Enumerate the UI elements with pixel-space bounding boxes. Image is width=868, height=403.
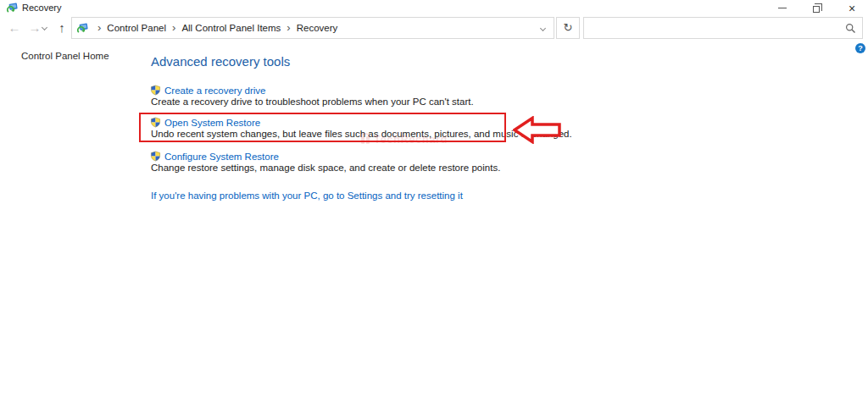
navigation-bar: ← → ↑ › Control Panel › All Control Pane… [0, 16, 868, 41]
up-button[interactable]: ↑ [53, 19, 71, 37]
tool-row-open-system-restore[interactable]: Open System Restore [150, 117, 260, 128]
title-bar: Recovery × [0, 0, 868, 16]
address-bar[interactable]: › Control Panel › All Control Panel Item… [71, 17, 554, 39]
configure-system-restore-link[interactable]: Configure System Restore [164, 152, 279, 162]
breadcrumb-separator: › [92, 18, 107, 38]
sidebar-item-control-panel-home[interactable]: Control Panel Home [21, 51, 109, 61]
minimize-button[interactable] [770, 0, 795, 16]
breadcrumb-separator: › [281, 18, 296, 38]
help-icon[interactable]: ? [855, 43, 865, 53]
restore-button[interactable] [804, 0, 829, 16]
back-button[interactable]: ← [5, 19, 24, 37]
uac-shield-icon [150, 117, 161, 128]
breadcrumb-control-panel[interactable]: Control Panel [107, 23, 166, 33]
refresh-button[interactable]: ↻ [556, 17, 580, 39]
tool-row-configure-system-restore[interactable]: Configure System Restore [150, 151, 279, 162]
uac-shield-icon [150, 151, 161, 162]
configure-system-restore-description: Change restore settings, manage disk spa… [151, 163, 500, 173]
reset-pc-settings-link[interactable]: If you're having problems with your PC, … [151, 190, 463, 201]
minimize-icon [778, 8, 787, 8]
open-system-restore-link[interactable]: Open System Restore [164, 118, 260, 128]
recovery-window: Recovery × ← → ↑ › Control Panel › All C… [0, 0, 868, 403]
page-title: Advanced recovery tools [151, 54, 290, 69]
breadcrumb-all-items[interactable]: All Control Panel Items [181, 23, 281, 33]
recovery-breadcrumb-icon [77, 23, 88, 34]
breadcrumb-recovery[interactable]: Recovery [297, 23, 338, 33]
address-dropdown-icon[interactable] [541, 26, 545, 30]
close-button[interactable]: × [839, 0, 865, 16]
search-box [583, 17, 863, 39]
recovery-app-icon [7, 3, 18, 14]
breadcrumb-separator: › [166, 18, 181, 38]
window-title: Recovery [22, 3, 61, 13]
close-icon: × [849, 3, 855, 14]
history-dropdown-icon[interactable] [42, 25, 47, 30]
search-icon[interactable] [845, 23, 856, 34]
create-recovery-drive-description: Create a recovery drive to troubleshoot … [151, 97, 474, 107]
restore-icon [813, 6, 820, 13]
tool-row-create-recovery-drive[interactable]: Create a recovery drive [150, 85, 266, 96]
create-recovery-drive-link[interactable]: Create a recovery drive [164, 86, 266, 96]
search-input[interactable] [587, 19, 842, 37]
uac-shield-icon [150, 85, 161, 96]
open-system-restore-description: Undo recent system changes, but leave fi… [151, 129, 572, 139]
